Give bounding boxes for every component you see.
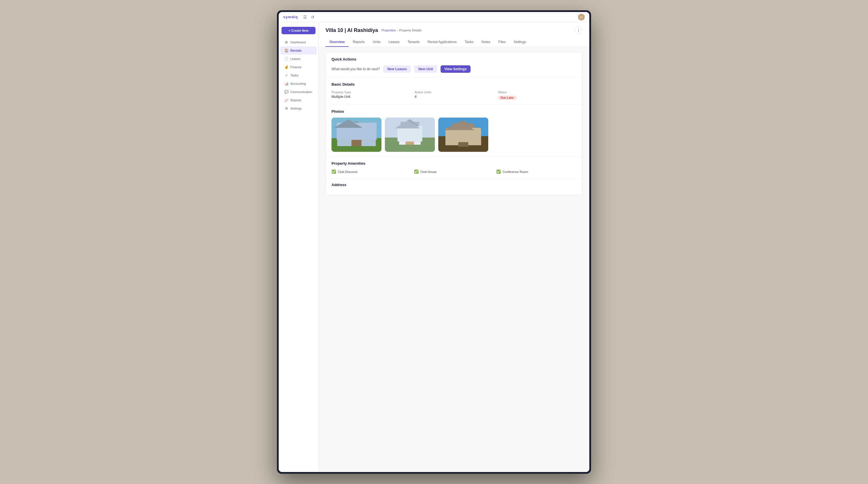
svg-rect-10	[401, 122, 419, 130]
rentals-icon: 🏠	[284, 49, 288, 53]
sidebar-item-leases[interactable]: 📄 Leases	[280, 55, 317, 63]
reports-icon: 📈	[284, 98, 288, 102]
amenity-conference-room-label: Conference Room	[502, 170, 528, 173]
status-label: Status	[498, 91, 577, 94]
tab-leases[interactable]: Leases	[384, 38, 404, 47]
sidebar-label-communication: Communication	[290, 90, 312, 94]
tab-overview[interactable]: Overview	[326, 38, 349, 47]
sidebar-item-reports[interactable]: 📈 Reports	[280, 96, 317, 104]
svg-rect-20	[448, 132, 457, 139]
amenities-section: Property Amenities ✅ Club Discount ✅ Clu…	[326, 157, 582, 179]
sidebar-item-communication[interactable]: 💬 Communication	[280, 88, 317, 96]
screen-wrapper: symdiq ☰ ↺ U + Create New ⊞ Dashboard 🏠	[277, 10, 591, 474]
tab-rental-applications[interactable]: Rental Applications	[424, 38, 461, 47]
house-photo-1	[332, 118, 381, 152]
photos-section: Photos	[326, 105, 582, 157]
tab-files[interactable]: Files	[495, 38, 510, 47]
page-header: Villa 10 | Al Rashidiya Properties › Pro…	[319, 22, 589, 47]
page-title-area: Villa 10 | Al Rashidiya Properties › Pro…	[326, 27, 422, 33]
page-title: Villa 10 | Al Rashidiya	[326, 27, 378, 33]
tab-tenants[interactable]: Tenants	[403, 38, 424, 47]
checkmark-icon-3: ✅	[496, 169, 501, 174]
details-grid: Property Type Multiple Unit Active Units…	[332, 91, 577, 100]
view-settings-button[interactable]: View Settings	[440, 65, 471, 73]
sidebar-item-rentals[interactable]: 🏠 Rentals	[280, 46, 317, 55]
address-section: Address	[326, 179, 582, 195]
tab-settings[interactable]: Settings	[510, 38, 530, 47]
tab-tasks[interactable]: Tasks	[461, 38, 478, 47]
amenity-club-house: ✅ Club House	[414, 169, 494, 174]
finance-icon: 💰	[284, 65, 288, 69]
basic-details-section: Basic Details Property Type Multiple Uni…	[326, 77, 582, 105]
avatar: U	[578, 14, 585, 21]
top-bar-icons: ☰ ↺	[303, 14, 315, 20]
house-photo-2	[385, 118, 435, 152]
accounting-icon: 📊	[284, 82, 288, 86]
amenity-club-discount: ✅ Club Discount	[332, 169, 412, 174]
property-type-value: Multiple Unit	[332, 95, 410, 99]
svg-rect-14	[412, 132, 418, 136]
svg-rect-19	[458, 138, 468, 147]
status-item: Status Due Later	[498, 91, 577, 100]
svg-rect-6	[363, 133, 370, 139]
basic-details-title: Basic Details	[332, 82, 577, 87]
sidebar-item-tasks[interactable]: ✓ Tasks	[280, 71, 317, 79]
property-type-label: Property Type	[332, 91, 410, 94]
photo-item-1[interactable]	[332, 118, 381, 152]
svg-marker-11	[398, 119, 422, 129]
page-body: Quick Actions What would you like to do …	[319, 47, 589, 205]
leases-icon: 📄	[284, 57, 288, 61]
tab-units[interactable]: Units	[369, 38, 384, 47]
hamburger-icon[interactable]: ☰	[303, 14, 308, 20]
top-bar-right: U	[578, 14, 585, 21]
create-new-button[interactable]: + Create New	[282, 27, 315, 34]
photos-grid	[332, 118, 577, 152]
refresh-icon[interactable]: ↺	[310, 14, 315, 20]
sidebar-label-tasks: Tasks	[290, 74, 299, 77]
sidebar: + Create New ⊞ Dashboard 🏠 Rentals 📄 Lea…	[279, 22, 319, 472]
settings-icon: ⚙	[284, 106, 288, 110]
photo-item-2[interactable]	[385, 118, 435, 152]
quick-actions-title: Quick Actions	[332, 57, 577, 61]
active-units-item: Active Units 4	[414, 91, 493, 100]
app-logo: symdiq	[283, 15, 298, 19]
new-unit-button[interactable]: New Unit	[414, 65, 437, 73]
communication-icon: 💬	[284, 90, 288, 94]
property-type-item: Property Type Multiple Unit	[332, 91, 410, 100]
amenity-conference-room: ✅ Conference Room	[496, 169, 577, 174]
sidebar-item-settings[interactable]: ⚙ Settings	[280, 104, 317, 112]
photo-item-3[interactable]	[438, 118, 488, 152]
tab-reports[interactable]: Reports	[349, 38, 369, 47]
checkmark-icon-2: ✅	[414, 169, 418, 174]
sidebar-item-finance[interactable]: 💰 Finance	[280, 63, 317, 71]
amenity-club-discount-label: Club Discount	[338, 170, 357, 173]
sidebar-item-dashboard[interactable]: ⊞ Dashboard	[280, 38, 317, 46]
address-title: Address	[332, 183, 577, 187]
svg-rect-23	[469, 123, 474, 130]
house-photo-3	[438, 118, 488, 152]
sidebar-label-rentals: Rentals	[290, 49, 302, 52]
sidebar-item-accounting[interactable]: 📊 Accounting	[280, 79, 317, 88]
screen-inner: symdiq ☰ ↺ U + Create New ⊞ Dashboard 🏠	[279, 12, 589, 472]
svg-rect-12	[405, 138, 414, 145]
svg-rect-13	[401, 132, 407, 136]
breadcrumb: Properties › Property Details	[381, 29, 422, 32]
svg-rect-22	[453, 123, 458, 130]
amenities-title: Property Amenities	[332, 161, 577, 165]
breadcrumb-current: Property Details	[399, 29, 422, 32]
amenities-grid: ✅ Club Discount ✅ Club House ✅ Conferenc…	[332, 169, 577, 174]
breadcrumb-parent-link[interactable]: Properties	[381, 29, 396, 32]
quick-actions-card: Quick Actions What would you like to do …	[326, 52, 583, 195]
status-badge: Due Later	[498, 96, 517, 100]
page-header-top: Villa 10 | Al Rashidiya Properties › Pro…	[326, 26, 583, 34]
new-leases-button[interactable]: New Leases	[383, 65, 411, 73]
tab-notes[interactable]: Notes	[477, 38, 494, 47]
amenity-club-house-label: Club House	[420, 170, 437, 173]
dashboard-icon: ⊞	[284, 40, 288, 44]
checkmark-icon-1: ✅	[332, 169, 336, 174]
svg-rect-21	[470, 132, 478, 139]
sidebar-label-dashboard: Dashboard	[290, 40, 306, 44]
more-options-button[interactable]: ⋮	[575, 26, 583, 34]
svg-rect-5	[343, 133, 350, 139]
quick-actions-section: Quick Actions What would you like to do …	[326, 53, 582, 77]
